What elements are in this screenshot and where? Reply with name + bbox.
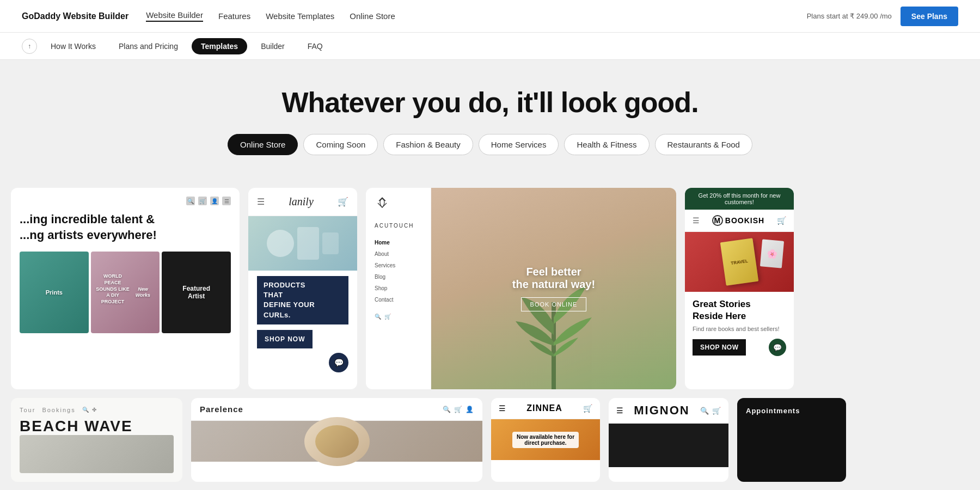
- bookish-menu-icon: ☰: [693, 216, 700, 225]
- template-card-acutouch[interactable]: ACUTOUCH Home About Services Blog Shop C…: [366, 188, 676, 389]
- mignon-menu-icon: ☰: [616, 406, 623, 415]
- artist-img-world-peace: WORLD PEACESOUNDS LIKEA DIY PROJECTNew W…: [91, 252, 160, 333]
- hero-section: Whatever you do, it'll look good. Online…: [0, 60, 980, 173]
- acutouch-logo-text: ACUTOUCH: [375, 223, 422, 229]
- see-plans-button[interactable]: See Plans: [901, 7, 958, 26]
- template-card-parelence[interactable]: Parelence 🔍 🛒 👤: [191, 398, 482, 482]
- zinnea-header: ☰ ZINNEA 🛒: [491, 398, 600, 419]
- menu-icon: ☰: [222, 197, 231, 205]
- acutouch-nav-blog[interactable]: Blog: [375, 274, 422, 280]
- subnav-how-it-works[interactable]: How It Works: [41, 38, 105, 54]
- lanily-logo: lanily: [289, 195, 314, 208]
- mignon-header: ☰ MIGNON 🔍 🛒: [609, 398, 728, 424]
- appointments-label: Appointments: [746, 407, 837, 415]
- bookish-hero-image: TRAVEL 🌸: [685, 232, 794, 292]
- beach-nav: Tour Bookings 🔍 ✤: [20, 407, 174, 413]
- acutouch-main-area: Feel betterthe natural way! BOOK ONLINE: [431, 188, 676, 389]
- templates-section: 🔍 🛒 👤 ☰ ...ing incredible talent &...ng …: [0, 173, 980, 490]
- bookish-subtitle: Find rare books and best sellers!: [693, 326, 786, 332]
- parelence-hero-image: [191, 421, 482, 462]
- cart-icon: 🛒: [384, 314, 391, 320]
- pill-online-store[interactable]: Online Store: [228, 134, 298, 155]
- artist-images: Prints WORLD PEACESOUNDS LIKEA DIY PROJE…: [20, 252, 231, 381]
- acutouch-sidebar: ACUTOUCH Home About Services Blog Shop C…: [366, 188, 431, 389]
- search-icon: 🔍: [186, 197, 195, 205]
- zinnea-logo: ZINNEA: [526, 403, 562, 413]
- bookish-cart-icon: 🛒: [777, 216, 786, 225]
- beach-nav-tour[interactable]: Tour: [20, 407, 35, 413]
- user-icon: 👤: [210, 197, 219, 205]
- bookish-promo-banner: Get 20% off this month for new customers…: [685, 188, 794, 210]
- beach-nav-bookings[interactable]: Bookings: [42, 407, 75, 413]
- pill-restaurants-food[interactable]: Restaurants & Food: [655, 134, 752, 155]
- lanily-menu-icon: ☰: [257, 197, 265, 207]
- template-card-appointments[interactable]: Appointments: [737, 398, 846, 482]
- hero-title: Whatever you do, it'll look good.: [11, 86, 969, 119]
- bookish-action-row: SHOP NOW 💬: [693, 339, 786, 356]
- plans-price-text: Plans start at ₹ 249.00 /mo: [807, 12, 892, 20]
- subnav-builder[interactable]: Builder: [252, 38, 294, 54]
- search-icon: 🔍: [443, 406, 451, 413]
- cart-icon: 🛒: [712, 407, 721, 415]
- beach-title: BEACH WAVE: [20, 418, 174, 435]
- lanily-shop-now-button[interactable]: SHOP NOW: [257, 330, 313, 348]
- cart-icon: 🛒: [454, 406, 462, 413]
- nav-links: Website Builder Features Website Templat…: [146, 10, 395, 22]
- parelence-logo: Parelence: [200, 405, 243, 414]
- subnav-templates[interactable]: Templates: [192, 38, 247, 54]
- acutouch-nav-shop[interactable]: Shop: [375, 285, 422, 291]
- subnav-plans-pricing[interactable]: Plans and Pricing: [109, 38, 187, 54]
- food-circle: [304, 417, 370, 466]
- bookish-logo: M BOOKISH: [712, 215, 764, 226]
- bookish-shop-now-button[interactable]: SHOP NOW: [693, 339, 746, 356]
- top-navigation: GoDaddy Website Builder Website Builder …: [0, 0, 980, 33]
- zinnea-hero-image: Now available here fordirect purchase.: [491, 419, 600, 460]
- subnav-faq[interactable]: FAQ: [298, 38, 332, 54]
- bookish-title: Great StoriesReside Here: [693, 298, 786, 322]
- nav-right: Plans start at ₹ 249.00 /mo See Plans: [807, 7, 958, 26]
- acutouch-nav-about[interactable]: About: [375, 251, 422, 257]
- pill-fashion-beauty[interactable]: Fashion & Beauty: [383, 134, 473, 155]
- search-icon: 🔍: [375, 314, 381, 320]
- beach-image-area: [20, 435, 174, 473]
- template-card-mignon[interactable]: ☰ MIGNON 🔍 🛒: [609, 398, 728, 482]
- nav-online-store[interactable]: Online Store: [350, 11, 395, 21]
- nav-website-builder[interactable]: Website Builder: [146, 10, 203, 22]
- plant-background-svg: [483, 237, 624, 389]
- lanily-header: ☰ lanily 🛒: [248, 188, 357, 216]
- bookish-chat-button[interactable]: 💬: [769, 339, 786, 356]
- bookish-content: Great StoriesReside Here Find rare books…: [685, 292, 794, 363]
- nav-website-templates[interactable]: Website Templates: [266, 11, 334, 21]
- templates-row-2: Tour Bookings 🔍 ✤ BEACH WAVE Parelence 🔍…: [11, 398, 969, 490]
- pill-coming-soon[interactable]: Coming Soon: [303, 134, 378, 155]
- acutouch-plant-text: Feel betterthe natural way! BOOK ONLINE: [512, 266, 595, 311]
- acutouch-logo-icon: [375, 197, 390, 212]
- brand-name: GoDaddy Website Builder: [22, 11, 128, 21]
- search-icon: 🔍: [700, 407, 709, 415]
- acutouch-nav-home[interactable]: Home: [375, 240, 422, 246]
- bookish-logo-icon: M: [712, 215, 723, 226]
- nav-features[interactable]: Features: [218, 11, 250, 21]
- subnav-back-arrow[interactable]: ↑: [22, 39, 37, 54]
- acutouch-nav-services[interactable]: Services: [375, 262, 422, 268]
- artist-toolbar: 🔍 🛒 👤 ☰: [20, 197, 231, 205]
- flower-decoration: 🌸: [760, 239, 784, 268]
- food-inner: [315, 425, 359, 458]
- artist-text: ...ing incredible talent &...ng artists …: [20, 212, 231, 243]
- pill-home-services[interactable]: Home Services: [479, 134, 559, 155]
- bookish-header: ☰ M BOOKISH 🛒: [685, 210, 794, 232]
- template-card-lanily[interactable]: ☰ lanily 🛒 PRODUCTSTHATDEFINE YOURCURLs.…: [248, 188, 357, 389]
- book-online-button[interactable]: BOOK ONLINE: [521, 297, 587, 311]
- lanily-chat-icon[interactable]: 💬: [329, 353, 348, 372]
- lanily-cart-icon: 🛒: [338, 197, 348, 207]
- template-card-beach-wave[interactable]: Tour Bookings 🔍 ✤ BEACH WAVE: [11, 398, 182, 482]
- mignon-dark-area: [609, 424, 728, 467]
- pill-health-fitness[interactable]: Health & Fitness: [564, 134, 649, 155]
- artist-img-prints: Prints: [20, 252, 89, 333]
- mignon-logo: MIGNON: [634, 403, 689, 418]
- template-card-bookish[interactable]: Get 20% off this month for new customers…: [685, 188, 794, 389]
- template-card-artist[interactable]: 🔍 🛒 👤 ☰ ...ing incredible talent &...ng …: [11, 188, 240, 389]
- acutouch-nav-contact[interactable]: Contact: [375, 297, 422, 303]
- template-card-zinnea[interactable]: ☰ ZINNEA 🛒 Now available here fordirect …: [491, 398, 600, 482]
- mignon-icons: 🔍 🛒: [700, 407, 721, 415]
